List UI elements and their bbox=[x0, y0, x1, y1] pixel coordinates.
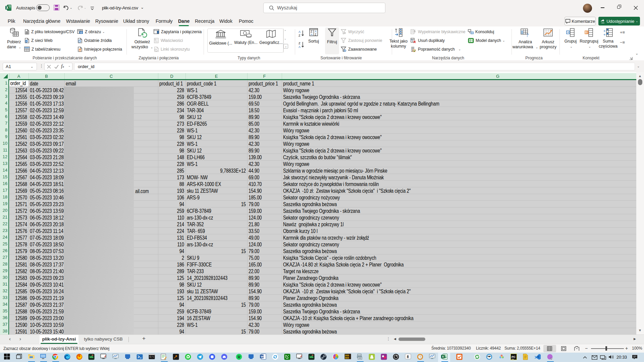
svg-text:X: X bbox=[442, 355, 444, 358]
svg-text:C:\: C:\ bbox=[150, 356, 154, 358]
svg-text:X: X bbox=[6, 6, 8, 10]
svg-text:W: W bbox=[261, 355, 264, 358]
svg-text:A: A bbox=[299, 45, 301, 49]
svg-text:PC: PC bbox=[512, 355, 516, 359]
svg-text:BOX: BOX bbox=[345, 357, 349, 359]
svg-text:Z: Z bbox=[315, 33, 316, 36]
svg-text:+: + bbox=[567, 31, 569, 34]
svg-text:Z: Z bbox=[299, 34, 301, 37]
svg-text:Z: Z bbox=[299, 42, 301, 45]
svg-text:A: A bbox=[311, 33, 313, 36]
svg-text:?: ? bbox=[526, 33, 529, 38]
svg-text:▨: ▨ bbox=[586, 31, 589, 34]
svg-text:DOS: DOS bbox=[345, 355, 349, 357]
svg-text:A: A bbox=[299, 30, 301, 34]
svg-text:+: + bbox=[603, 33, 605, 37]
svg-text:8: 8 bbox=[407, 355, 409, 359]
